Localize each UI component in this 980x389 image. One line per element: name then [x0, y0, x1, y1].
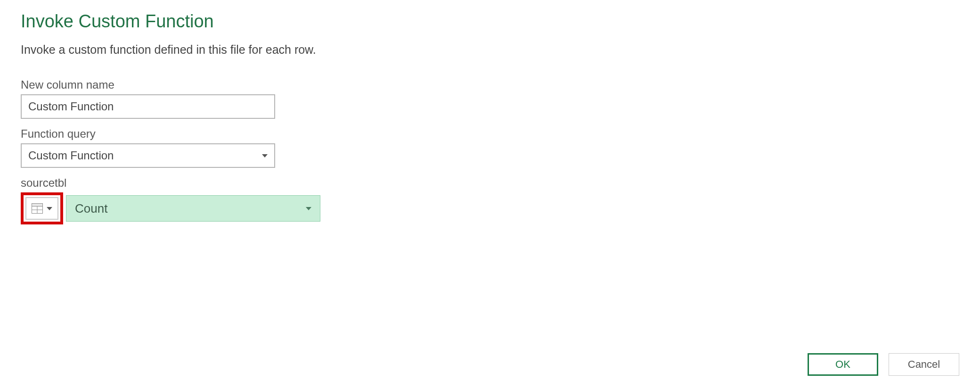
function-query-label: Function query [21, 127, 959, 141]
new-column-name-field: New column name Custom Function [21, 78, 959, 119]
ok-button-label: OK [835, 358, 850, 371]
svg-rect-5 [38, 210, 43, 214]
function-query-field: Function query Custom Function [21, 127, 959, 168]
sourcetbl-value: Count [75, 201, 107, 216]
dialog-buttons: OK Cancel [808, 353, 959, 376]
svg-rect-1 [32, 204, 42, 206]
cancel-button[interactable]: Cancel [889, 353, 959, 376]
ok-button[interactable]: OK [808, 353, 878, 376]
chevron-down-icon [306, 207, 311, 210]
function-query-value: Custom Function [28, 149, 114, 162]
new-column-name-label: New column name [21, 78, 959, 91]
svg-rect-3 [38, 207, 43, 210]
chevron-down-icon [262, 154, 268, 157]
svg-rect-2 [32, 207, 37, 210]
dialog-title: Invoke Custom Function [21, 11, 959, 32]
table-icon [32, 203, 43, 214]
chevron-down-icon [47, 207, 52, 210]
dialog-description: Invoke a custom function defined in this… [21, 43, 959, 57]
highlight-annotation [21, 192, 63, 224]
invoke-custom-function-dialog: Invoke Custom Function Invoke a custom f… [0, 0, 980, 389]
sourcetbl-select[interactable]: Count [66, 195, 320, 222]
function-query-select[interactable]: Custom Function [21, 143, 275, 168]
new-column-name-input[interactable]: Custom Function [21, 94, 275, 119]
cancel-button-label: Cancel [908, 358, 940, 371]
sourcetbl-label: sourcetbl [21, 176, 959, 190]
svg-rect-4 [32, 210, 37, 214]
sourcetbl-field: sourcetbl [21, 176, 959, 224]
new-column-name-value: Custom Function [28, 100, 114, 113]
parameter-type-picker[interactable] [25, 197, 58, 220]
